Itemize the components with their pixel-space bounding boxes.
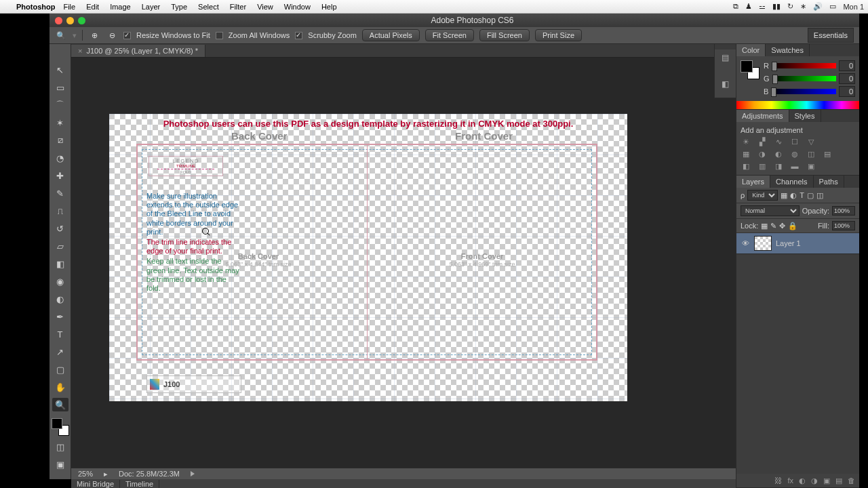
exposure-icon[interactable]: ☐	[789, 137, 800, 146]
colorbalance-icon[interactable]: ◑	[757, 149, 768, 159]
menu-view[interactable]: View	[257, 3, 273, 11]
fill-screen-button[interactable]: Fill Screen	[479, 29, 530, 41]
adjustments-tab[interactable]: Adjustments	[736, 110, 789, 122]
timeline-tab[interactable]: Timeline	[120, 480, 159, 488]
paths-tab[interactable]: Paths	[814, 176, 844, 188]
menu-type[interactable]: Type	[171, 3, 187, 11]
visibility-icon[interactable]: 👁	[741, 239, 750, 247]
path-tool-icon[interactable]: ↗	[52, 345, 68, 359]
color-tab[interactable]: Color	[736, 44, 766, 56]
hand-tool-icon[interactable]: ✋	[52, 380, 68, 394]
channels-tab[interactable]: Channels	[770, 176, 813, 188]
history-brush-tool-icon[interactable]: ↺	[52, 222, 68, 235]
layer-row[interactable]: 👁 Layer 1	[736, 233, 859, 254]
menu-layer[interactable]: Layer	[142, 3, 161, 11]
dodge-tool-icon[interactable]: ◐	[52, 292, 68, 306]
filter-shape-icon[interactable]: ▢	[807, 191, 814, 200]
menu-window[interactable]: Window	[284, 3, 311, 11]
pen-tool-icon[interactable]: ✒	[52, 310, 68, 323]
color-swatch-icon[interactable]	[741, 60, 760, 79]
eyedropper-tool-icon[interactable]: ◔	[52, 151, 68, 165]
posterize-icon[interactable]: ▥	[757, 161, 768, 171]
channelmixer-icon[interactable]: ◫	[806, 149, 816, 159]
colorlookup-icon[interactable]: ▤	[822, 149, 833, 159]
status-arrow-icon[interactable]: ▸	[104, 470, 108, 479]
lock-all-icon[interactable]: 🔒	[788, 222, 797, 230]
marquee-tool-icon[interactable]: ▭	[52, 81, 68, 94]
scrubby-checkbox[interactable]	[295, 32, 302, 39]
red-value[interactable]: 0	[839, 60, 855, 71]
sync-icon[interactable]: ↻	[787, 2, 793, 11]
battery-icon[interactable]: ▮▮	[772, 2, 781, 11]
blue-slider[interactable]	[771, 89, 836, 94]
zoom-in-icon[interactable]: ⊕	[88, 29, 100, 41]
gradientmap-icon[interactable]: ▬	[789, 161, 800, 171]
layers-tab[interactable]: Layers	[736, 176, 770, 188]
vibrance-icon[interactable]: ▽	[806, 137, 816, 146]
styles-tab[interactable]: Styles	[789, 110, 821, 122]
hue-ramp[interactable]	[736, 101, 859, 109]
mask-icon[interactable]: ◐	[799, 476, 806, 485]
new-layer-icon[interactable]: ▤	[835, 476, 842, 485]
gradient-tool-icon[interactable]: ◧	[52, 257, 68, 270]
swatches-tab[interactable]: Swatches	[766, 44, 810, 56]
zoom-button[interactable]	[78, 17, 85, 24]
heal-tool-icon[interactable]: ✚	[52, 169, 68, 182]
zoom-level[interactable]: 25%	[78, 470, 93, 478]
document-canvas[interactable]: Photoshop users can use this PDF as a de…	[109, 114, 627, 401]
menu-help[interactable]: Help	[321, 3, 337, 11]
display-icon[interactable]: ▭	[829, 2, 836, 11]
zoom-tool-icon[interactable]: 🔍	[55, 29, 67, 41]
print-size-button[interactable]: Print Size	[535, 29, 582, 41]
curves-icon[interactable]: ∿	[773, 137, 784, 146]
resize-windows-checkbox[interactable]	[123, 32, 131, 39]
history-panel-icon[interactable]: ▤	[722, 53, 729, 62]
bluetooth-icon[interactable]: ∗	[800, 2, 806, 11]
move-tool-icon[interactable]: ↖	[52, 63, 68, 77]
layer-thumbnail[interactable]	[754, 236, 772, 251]
wifi-icon[interactable]: ⚍	[759, 2, 766, 11]
clock[interactable]: Mon 1	[843, 3, 864, 11]
bw-icon[interactable]: ◐	[773, 149, 784, 159]
green-value[interactable]: 0	[839, 73, 855, 84]
minimize-button[interactable]	[66, 17, 74, 24]
filter-kind-select[interactable]: Kind	[747, 190, 778, 201]
zoom-all-checkbox[interactable]	[216, 32, 223, 39]
screenmode-icon[interactable]: ▣	[52, 458, 68, 471]
menu-filter[interactable]: Filter	[230, 3, 246, 11]
filter-type-icon[interactable]: T	[800, 191, 804, 199]
layer-list[interactable]: 👁 Layer 1	[736, 233, 859, 474]
crop-tool-icon[interactable]: ⧄	[52, 134, 68, 147]
eraser-tool-icon[interactable]: ▱	[52, 239, 68, 253]
mini-bridge-tab[interactable]: Mini Bridge	[71, 480, 120, 488]
filter-pixel-icon[interactable]: ▦	[781, 191, 787, 200]
threshold-icon[interactable]: ◨	[773, 161, 784, 171]
properties-panel-icon[interactable]: ◧	[722, 79, 729, 89]
levels-icon[interactable]: ▞	[757, 137, 768, 146]
actual-pixels-button[interactable]: Actual Pixels	[362, 29, 420, 41]
volume-icon[interactable]: 🔊	[813, 2, 823, 11]
document-tab[interactable]: × J100 @ 25% (Layer 1, CMYK/8) *	[71, 45, 205, 57]
zoom-out-icon[interactable]: ⊖	[106, 29, 118, 41]
close-tab-icon[interactable]: ×	[78, 47, 82, 55]
menu-image[interactable]: Image	[110, 3, 131, 11]
invert-icon[interactable]: ◧	[741, 161, 751, 171]
red-slider[interactable]	[772, 63, 836, 68]
delete-layer-icon[interactable]: 🗑	[848, 476, 855, 485]
green-slider[interactable]	[772, 76, 836, 81]
group-icon[interactable]: ▣	[823, 476, 830, 485]
selectivecolor-icon[interactable]: ▣	[806, 161, 816, 171]
lock-pos-icon[interactable]: ✥	[779, 222, 785, 230]
blend-mode-select[interactable]: Normal	[741, 205, 800, 216]
tray-icon[interactable]: ♟	[745, 2, 752, 11]
brush-tool-icon[interactable]: ✎	[52, 186, 68, 200]
screen-record-icon[interactable]: ⧉	[733, 2, 738, 11]
adjustment-layer-icon[interactable]: ◑	[811, 476, 818, 485]
canvas-area[interactable]: Photoshop users can use this PDF as a de…	[71, 58, 736, 468]
opacity-value[interactable]	[832, 206, 855, 216]
workspace-switcher[interactable]: Essentials	[808, 28, 854, 43]
photofilter-icon[interactable]: ◍	[789, 149, 800, 159]
status-play-icon[interactable]	[191, 471, 195, 476]
shape-tool-icon[interactable]: ▢	[52, 363, 68, 376]
quickmask-icon[interactable]: ◫	[52, 440, 68, 453]
